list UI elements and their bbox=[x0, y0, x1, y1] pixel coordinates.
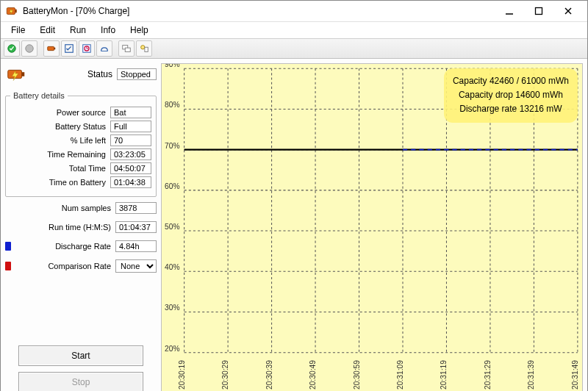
svg-text:20%: 20% bbox=[165, 345, 179, 353]
menubar: File Edit Run Info Help bbox=[1, 22, 587, 38]
svg-text:20:31:29: 20:31:29 bbox=[484, 360, 492, 390]
start-button[interactable]: Start bbox=[18, 345, 143, 366]
svg-rect-20 bbox=[145, 47, 148, 51]
time-on-battery-value: 01:04:38 bbox=[110, 176, 151, 188]
time-remaining-value: 03:23:05 bbox=[110, 148, 151, 160]
capacity-value: 42460 / 61000 mWh bbox=[490, 76, 569, 86]
miniwindow-icon[interactable] bbox=[118, 40, 135, 57]
discharge-rate-label: Discharge Rate bbox=[15, 242, 111, 251]
battery-details-group: Battery details Power sourceBat Battery … bbox=[5, 91, 157, 197]
help-icon[interactable] bbox=[136, 40, 152, 57]
discharge-swatch-icon bbox=[5, 242, 11, 251]
svg-text:20:31:39: 20:31:39 bbox=[527, 360, 535, 390]
svg-text:40%: 40% bbox=[165, 263, 179, 271]
chart: 20%30%40%50%60%70%80%90% 20:30:1920:30:2… bbox=[161, 63, 583, 391]
svg-text:60%: 60% bbox=[165, 182, 179, 190]
config-icon[interactable] bbox=[61, 40, 77, 57]
life-left-value: 70 bbox=[110, 134, 151, 146]
status-value: Stopped bbox=[117, 68, 157, 80]
svg-rect-4 bbox=[536, 8, 542, 15]
stop-icon[interactable] bbox=[21, 40, 37, 57]
run-time-value: 01:04:37 bbox=[115, 221, 157, 233]
start-icon[interactable] bbox=[4, 40, 20, 57]
battery-status-label: Battery Status bbox=[10, 122, 106, 131]
comparison-rate-select[interactable]: None bbox=[115, 259, 157, 273]
run-time-label: Run time (H:M:S) bbox=[5, 223, 111, 232]
total-time-label: Total Time bbox=[10, 164, 106, 173]
svg-text:20:30:49: 20:30:49 bbox=[309, 360, 317, 390]
comparison-rate-label: Comparison Rate bbox=[15, 262, 111, 270]
svg-text:20:31:49: 20:31:49 bbox=[571, 360, 579, 390]
svg-rect-9 bbox=[48, 46, 54, 50]
datalog-icon[interactable] bbox=[96, 40, 112, 57]
menu-run[interactable]: Run bbox=[62, 24, 93, 37]
time-remaining-label: Time Remaining bbox=[10, 150, 106, 159]
svg-text:20:30:19: 20:30:19 bbox=[178, 360, 186, 390]
svg-text:20:30:29: 20:30:29 bbox=[221, 360, 229, 390]
svg-text:70%: 70% bbox=[165, 142, 179, 150]
svg-text:30%: 30% bbox=[165, 304, 179, 312]
stop-button: Stop bbox=[18, 372, 143, 391]
menu-edit[interactable]: Edit bbox=[32, 24, 62, 37]
num-samples-value: 3878 bbox=[115, 202, 157, 214]
client-area: Status Stopped Battery details Power sou… bbox=[1, 59, 587, 391]
svg-text:20:30:39: 20:30:39 bbox=[265, 360, 273, 390]
minimize-button[interactable] bbox=[495, 1, 524, 21]
discharge-value: 13216 mW bbox=[520, 104, 562, 114]
svg-text:20:31:19: 20:31:19 bbox=[440, 360, 448, 390]
chart-overlay: Capacity 42460 / 61000 mWh Capacity drop… bbox=[444, 68, 578, 123]
menu-file[interactable]: File bbox=[4, 24, 32, 37]
svg-text:20:30:59: 20:30:59 bbox=[353, 360, 361, 390]
discharge-rate-value: 4.84h bbox=[115, 240, 157, 252]
menu-help[interactable]: Help bbox=[123, 24, 156, 37]
battery-details-legend: Battery details bbox=[10, 91, 68, 100]
toolbar bbox=[1, 38, 587, 59]
svg-point-19 bbox=[141, 46, 145, 49]
svg-text:50%: 50% bbox=[165, 223, 179, 231]
svg-text:20:31:09: 20:31:09 bbox=[396, 360, 404, 390]
svg-rect-1 bbox=[15, 10, 17, 13]
battery-status-value: Full bbox=[110, 121, 151, 132]
power-source-value: Bat bbox=[110, 107, 151, 118]
svg-text:90%: 90% bbox=[165, 64, 179, 68]
power-source-label: Power source bbox=[10, 108, 106, 117]
app-icon bbox=[5, 4, 18, 18]
comparison-swatch-icon bbox=[5, 262, 11, 270]
summary-icon[interactable] bbox=[79, 40, 95, 57]
capacity-label: Capacity bbox=[453, 76, 487, 86]
num-samples-label: Num samples bbox=[5, 204, 111, 212]
battery-info-icon[interactable] bbox=[43, 40, 60, 57]
menu-info[interactable]: Info bbox=[93, 24, 123, 37]
capacity-drop-value: 14600 mWh bbox=[515, 90, 563, 100]
time-on-battery-label: Time on Battery bbox=[10, 178, 106, 187]
svg-rect-18 bbox=[125, 48, 130, 51]
svg-rect-10 bbox=[54, 48, 56, 50]
left-pane: Status Stopped Battery details Power sou… bbox=[5, 63, 157, 391]
total-time-value: 04:50:07 bbox=[110, 162, 151, 174]
app-window: BatteryMon - [70% Charge] File Edit Run … bbox=[0, 0, 588, 391]
status-label: Status bbox=[32, 69, 112, 79]
close-button[interactable] bbox=[553, 1, 583, 21]
svg-rect-22 bbox=[22, 72, 25, 76]
titlebar: BatteryMon - [70% Charge] bbox=[1, 1, 587, 22]
capacity-drop-label: Capacity drop bbox=[459, 90, 513, 100]
maximize-button[interactable] bbox=[524, 1, 553, 21]
svg-point-8 bbox=[26, 45, 34, 53]
discharge-label: Discharge rate bbox=[459, 104, 517, 114]
life-left-label: % Life left bbox=[10, 136, 106, 145]
window-title: BatteryMon - [70% Charge] bbox=[23, 6, 129, 16]
battery-icon bbox=[5, 63, 27, 85]
svg-text:80%: 80% bbox=[165, 101, 179, 109]
